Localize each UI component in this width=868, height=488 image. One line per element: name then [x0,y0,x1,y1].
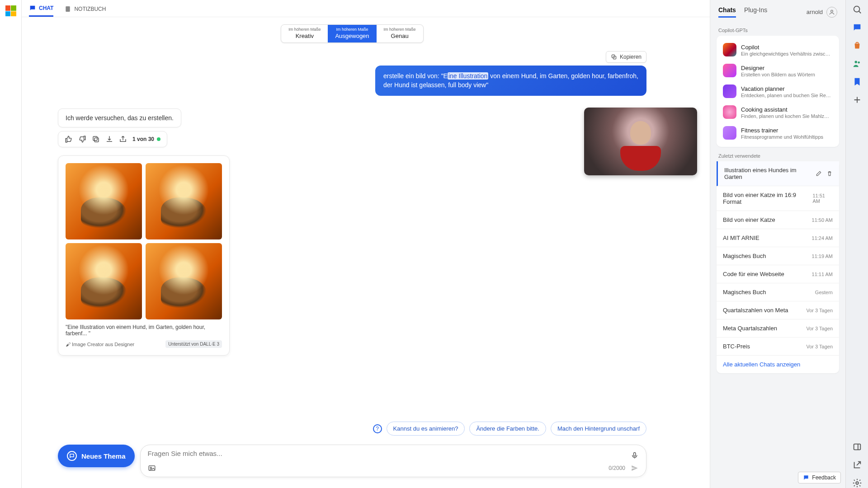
gpt-desc: Erstellen von Bildern aus Wörtern [741,72,815,77]
svg-point-7 [150,467,151,469]
recent-title: Illustration eines Hundes im Garten [724,167,816,180]
recent-title: Bild von einer Katze [723,216,775,223]
user-chip[interactable]: arnold [807,7,837,18]
gpt-name: Copilot [741,44,759,51]
tab-chat[interactable]: CHAT [29,5,53,17]
svg-rect-4 [93,136,97,141]
svg-rect-5 [634,452,636,456]
recent-title: BTC-Preis [723,343,750,350]
add-rail-icon[interactable] [852,95,862,105]
recent-item[interactable]: Illustration eines Hundes im Garten [717,161,839,186]
gpt-list: CopilotEin gleichgewichtiges Verhältnis … [717,36,839,147]
svg-point-11 [858,61,860,64]
suggestion-row: ? Kannst du es animieren? Ändere die Far… [22,422,646,436]
gpt-item[interactable]: Cooking assistantFinden, planen und koch… [720,102,835,122]
external-rail-icon[interactable] [852,460,862,470]
gpt-desc: Fitnessprogramme und Wohlfühltipps [741,134,823,140]
gpt-name: Cooking assistant [741,106,788,113]
char-counter: 0/2000 [609,465,625,471]
recent-time: Gestern [815,290,833,295]
chat-input[interactable] [148,450,627,461]
response-counter: 1 von 30 [132,136,160,142]
gpt-item[interactable]: DesignerErstellen von Bildern aus Wörter… [720,60,835,81]
svg-rect-12 [854,444,860,450]
download-icon[interactable] [105,135,113,143]
copy-button[interactable]: Kopieren [606,51,646,63]
style-creative-label: Kreativ [296,33,314,39]
recent-item[interactable]: Magisches Buch11:19 AM [717,247,839,265]
style-balanced[interactable]: Im höheren Maße Ausgewogen [328,25,376,42]
microphone-icon[interactable] [631,451,639,460]
gpt-item[interactable]: Vacation plannerEntdecken, planen und bu… [720,81,835,102]
thumbs-up-icon[interactable] [65,135,73,143]
recent-item[interactable]: Quartalszahlen von MetaVor 3 Tagen [717,301,839,319]
gpt-item[interactable]: CopilotEin gleichgewichtiges Verhältnis … [720,39,835,60]
copy-label: Kopieren [620,54,642,60]
recent-item[interactable]: Meta QuartalszahlenVor 3 Tagen [717,319,839,338]
share-icon[interactable] [119,135,127,143]
delete-icon[interactable] [826,170,833,177]
recent-item[interactable]: Bild von einer Katze im 16:9 Format11:51… [717,186,839,211]
recent-title: Magisches Buch [723,253,766,259]
recent-title: Code für eine Webseite [723,271,784,277]
user-msg-highlight: ine Illustration [448,72,488,80]
generated-image-3[interactable] [66,243,142,319]
people-rail-icon[interactable] [852,59,862,69]
style-precise[interactable]: Im höheren Maße Genau [377,25,423,42]
rtab-chats[interactable]: Chats [718,6,736,18]
settings-rail-icon[interactable] [852,478,862,488]
new-topic-button[interactable]: Neues Thema [58,445,135,467]
gpt-desc: Finden, planen und kochen Sie Mahlzeiten [741,113,831,119]
recent-time: 11:24 AM [812,235,833,241]
generated-image-4[interactable] [146,243,222,319]
recent-time: Vor 3 Tagen [806,344,833,349]
gpt-item[interactable]: Fitness trainerFitnessprogramme und Wohl… [720,122,835,143]
feedback-button[interactable]: Feedback [798,472,841,483]
thumbs-down-icon[interactable] [78,135,86,143]
feedback-label: Feedback [812,474,836,481]
suggestion-1[interactable]: Kannst du es animieren? [387,422,465,436]
recent-time: Vor 3 Tagen [806,308,833,313]
generated-image-2[interactable] [146,163,222,239]
recent-item[interactable]: BTC-PreisVor 3 Tagen [717,338,839,356]
suggestion-2[interactable]: Ändere die Farben bitte. [469,422,546,436]
top-tabs: CHAT NOTIZBUCH [22,0,710,17]
panel-rail-icon[interactable] [852,442,862,452]
user-msg-pre: erstelle ein bild von: "E [383,72,448,80]
recent-item[interactable]: Magisches BuchGestern [717,283,839,301]
image-upload-icon[interactable] [148,464,156,472]
send-icon[interactable] [631,464,639,472]
recent-item[interactable]: AI MIT ARNIE11:24 AM [717,229,839,247]
message-block: Kopieren erstelle ein bild von: "Eine Il… [58,51,646,96]
tab-notebook[interactable]: NOTIZBUCH [64,5,106,17]
show-all-chats[interactable]: Alle aktuellen Chats anzeigen [717,356,839,373]
shopping-rail-icon[interactable] [852,41,862,51]
edit-icon[interactable] [816,170,822,177]
recent-time: 11:50 AM [812,217,833,223]
chat-scroll[interactable]: Im höheren Maße Kreativ Im höheren Maße … [22,17,710,413]
gpt-name: Designer [741,65,764,71]
bookmark-rail-icon[interactable] [852,77,862,87]
copy-action-icon[interactable] [92,135,100,143]
gpt-name: Fitness trainer [741,127,778,134]
rtab-plugins[interactable]: Plug-Ins [744,6,767,18]
recent-item[interactable]: Code für eine Webseite11:11 AM [717,265,839,283]
search-rail-icon[interactable] [852,5,862,14]
svg-rect-0 [66,6,70,12]
microsoft-logo-icon [5,5,16,16]
input-box[interactable]: 0/2000 [140,445,646,477]
chat-icon [29,5,36,12]
message-actions: 1 von 30 [58,131,167,147]
gpt-icon [723,43,736,56]
gpt-desc: Ein gleichgewichtiges Verhältnis zwische… [741,51,831,56]
style-creative[interactable]: Im höheren Maße Kreativ [281,25,328,42]
main-area: CHAT NOTIZBUCH Im höheren Maße Kreativ I… [22,0,710,488]
chat-rail-icon[interactable] [852,23,862,33]
suggestion-3[interactable]: Mach den Hintergrund unscharf [551,422,646,436]
question-icon[interactable]: ? [373,424,382,433]
style-precise-label: Genau [391,33,409,39]
webcam-overlay [584,108,697,175]
generated-image-1[interactable] [66,163,142,239]
recent-item[interactable]: Bild von einer Katze11:50 AM [717,211,839,229]
gpt-icon [723,126,736,140]
